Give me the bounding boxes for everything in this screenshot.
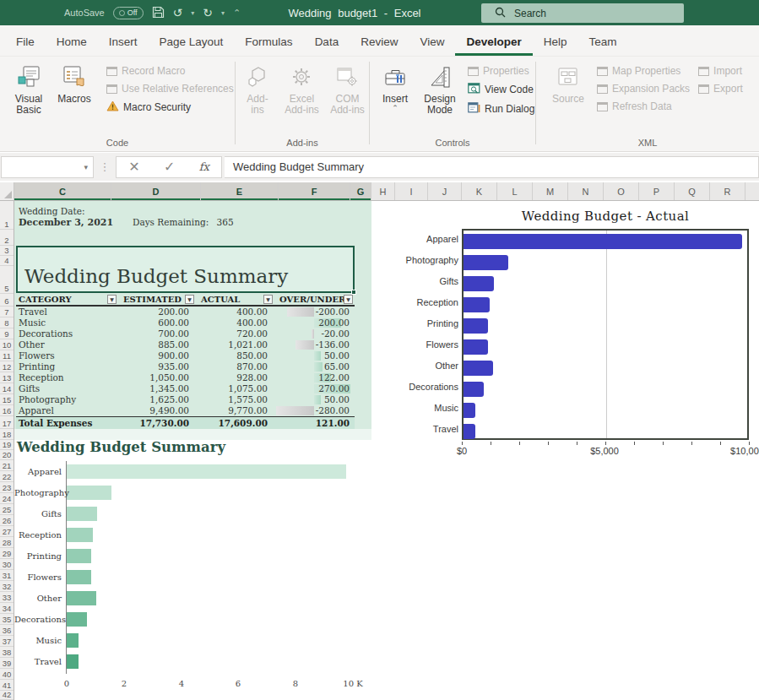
row-header-21[interactable]: 21	[0, 460, 14, 471]
excel-add-ins-button[interactable]: Excel Add-ins	[279, 62, 324, 117]
row-header-36[interactable]: 36	[0, 625, 14, 636]
visual-basic-button[interactable]: Visual Basic	[8, 62, 49, 117]
row-header-18[interactable]: 18	[0, 429, 14, 440]
row-header-11[interactable]: 11	[0, 350, 14, 361]
column-header-C[interactable]: C	[14, 182, 111, 200]
autosave-toggle[interactable]: Off	[113, 7, 144, 19]
save-icon[interactable]	[152, 6, 165, 20]
table-row[interactable]: Travel200.00400.00-200.00	[16, 307, 355, 317]
table-row[interactable]: Printing935.00870.0065.00	[16, 361, 355, 372]
row-header-14[interactable]: 14	[0, 383, 14, 394]
row-header-37[interactable]: 37	[0, 636, 14, 647]
formula-input[interactable]: Wedding Budget Summary	[225, 156, 759, 178]
table-row[interactable]: Photography1,625.001,575.0050.00	[16, 394, 355, 405]
row-header-28[interactable]: 28	[0, 537, 14, 548]
row-header-1[interactable]: 1	[0, 201, 14, 230]
view-code-button[interactable]: View Code	[468, 83, 534, 96]
tab-file[interactable]: File	[5, 29, 46, 56]
table-row[interactable]: Flowers900.00850.0050.00	[16, 350, 355, 361]
tab-review[interactable]: Review	[350, 29, 409, 56]
insert-function-icon[interactable]: fx	[199, 160, 209, 173]
table-row[interactable]: Other885.001,021.00-136.00	[16, 339, 355, 350]
cancel-icon[interactable]: ✕	[128, 159, 139, 175]
name-box[interactable]: ▾	[1, 156, 94, 178]
row-header-31[interactable]: 31	[0, 570, 14, 581]
column-header-H[interactable]: H	[371, 182, 395, 200]
table-row[interactable]: Decorations700.00720.00-20.00	[16, 328, 355, 339]
row-header-13[interactable]: 13	[0, 372, 14, 383]
table-row[interactable]: Gifts1,345.001,075.00270.00	[16, 383, 355, 394]
row-header-3[interactable]: 3	[0, 246, 14, 256]
filter-dropdown-icon[interactable]: ▼	[185, 295, 194, 304]
row-header-2[interactable]: 2	[0, 230, 14, 246]
table-row[interactable]: Music600.00400.00200.00	[16, 317, 355, 328]
column-header-J[interactable]: J	[428, 182, 462, 200]
column-header-F[interactable]: F	[279, 182, 350, 200]
row-header-24[interactable]: 24	[0, 493, 14, 504]
use-relative-references-button[interactable]: Use Relative References	[106, 83, 234, 95]
row-header-17[interactable]: 17	[0, 416, 14, 429]
macro-security-button[interactable]: Macro Security	[106, 100, 234, 114]
column-header-M[interactable]: M	[533, 182, 568, 200]
row-header-35[interactable]: 35	[0, 614, 14, 625]
row-header-39[interactable]: 39	[0, 658, 14, 669]
row-header-19[interactable]: 19	[0, 440, 14, 450]
column-header-K[interactable]: K	[462, 182, 497, 200]
run-dialog-button[interactable]: Run Dialog	[468, 102, 534, 116]
macros-button[interactable]: Macros	[54, 62, 95, 106]
filter-dropdown-icon[interactable]: ▼	[263, 295, 273, 304]
sheet-canvas[interactable]: Wedding Date: December 3, 2021 Days Rema…	[14, 201, 759, 700]
redo-dropdown-icon[interactable]: ▾	[221, 9, 225, 17]
column-header-O[interactable]: O	[604, 182, 639, 200]
design-mode-button[interactable]: Design Mode	[418, 62, 462, 117]
column-header-L[interactable]: L	[497, 182, 533, 200]
redo-icon[interactable]: ↻	[203, 7, 213, 19]
table-total-row[interactable]: Total Expenses17,730.0017,609.00121.00	[16, 416, 355, 429]
tab-help[interactable]: Help	[533, 29, 578, 56]
table-row[interactable]: Apparel9,490.009,770.00-280.00	[16, 405, 355, 416]
row-header-23[interactable]: 23	[0, 482, 14, 493]
enter-icon[interactable]: ✓	[164, 159, 175, 175]
row-header-8[interactable]: 8	[0, 317, 14, 328]
row-header-27[interactable]: 27	[0, 526, 14, 537]
tab-home[interactable]: Home	[46, 29, 98, 56]
tab-developer[interactable]: Developer	[455, 29, 532, 56]
import-button[interactable]: Import	[698, 65, 743, 77]
column-header-N[interactable]: N	[568, 182, 604, 200]
select-all-corner[interactable]	[0, 182, 14, 200]
column-header-E[interactable]: E	[201, 182, 279, 200]
column-header-I[interactable]: I	[395, 182, 428, 200]
search-box[interactable]: Search	[481, 3, 684, 23]
row-header-4[interactable]: 4	[0, 256, 14, 266]
map-properties-button[interactable]: Map Properties	[597, 65, 690, 77]
tab-formulas[interactable]: Formulas	[234, 29, 303, 56]
undo-icon[interactable]: ↺	[173, 7, 183, 19]
column-header-R[interactable]: R	[710, 182, 745, 200]
row-header-20[interactable]: 20	[0, 450, 14, 460]
insert-control-button[interactable]: Insert ⌃	[375, 62, 415, 113]
tab-data[interactable]: Data	[304, 29, 350, 56]
row-header-25[interactable]: 25	[0, 504, 14, 515]
export-button[interactable]: Export	[698, 83, 743, 95]
filter-dropdown-icon[interactable]: ▼	[107, 295, 117, 304]
table-row[interactable]: Reception1,050.00928.00122.00	[16, 372, 355, 383]
row-header-7[interactable]: 7	[0, 307, 14, 317]
row-header-32[interactable]: 32	[0, 581, 14, 592]
properties-button[interactable]: Properties	[468, 65, 534, 77]
row-header-42[interactable]: 42	[0, 691, 14, 700]
tab-page-layout[interactable]: Page Layout	[149, 29, 235, 56]
row-header-16[interactable]: 16	[0, 405, 14, 416]
row-header-12[interactable]: 12	[0, 361, 14, 372]
name-box-dropdown-icon[interactable]: ▾	[84, 163, 88, 171]
source-button[interactable]: Source	[548, 62, 588, 106]
refresh-data-button[interactable]: Refresh Data	[597, 100, 690, 112]
row-header-26[interactable]: 26	[0, 515, 14, 526]
com-add-ins-button[interactable]: COM Add-ins	[326, 62, 369, 117]
row-header-38[interactable]: 38	[0, 647, 14, 658]
column-header-Q[interactable]: Q	[675, 182, 710, 200]
row-header-33[interactable]: 33	[0, 592, 14, 603]
add-ins-button[interactable]: Add-ins	[237, 62, 278, 117]
summary-budget-chart[interactable]: ApparelPhotographyGiftsReceptionPrinting…	[14, 454, 386, 695]
record-macro-button[interactable]: Record Macro	[106, 65, 234, 77]
tab-insert[interactable]: Insert	[98, 29, 149, 56]
